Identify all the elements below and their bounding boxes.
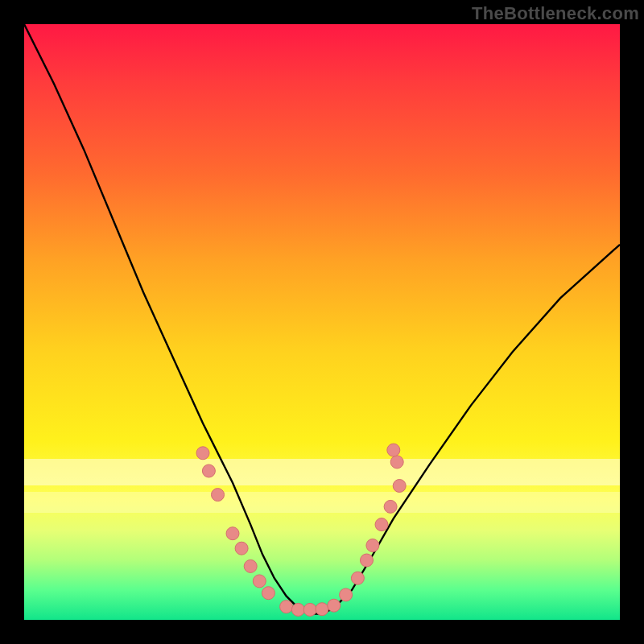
curve-marker: [393, 480, 406, 493]
curve-marker: [291, 603, 304, 616]
curve-marker: [226, 527, 239, 540]
curve-marker: [387, 444, 400, 456]
curve-marker: [384, 500, 397, 513]
bottleneck-curve-svg: [24, 24, 620, 620]
curve-marker: [351, 572, 364, 584]
curve-marker: [390, 456, 403, 469]
curve-marker: [340, 588, 353, 601]
plot-area: [24, 24, 620, 620]
curve-marker: [262, 587, 275, 600]
curve-marker: [244, 559, 257, 572]
curve-marker: [196, 447, 209, 460]
curve-marker: [366, 539, 379, 552]
curve-marker: [280, 601, 293, 613]
curve-marker: [212, 489, 225, 502]
curve-marker: [316, 603, 328, 616]
bottleneck-curve: [24, 24, 620, 614]
curve-marker: [253, 575, 266, 588]
curve-marker: [375, 518, 388, 531]
curve-marker: [202, 464, 215, 477]
chart-frame: TheBottleneck.com: [0, 0, 644, 644]
curve-marker: [328, 599, 341, 612]
curve-marker: [235, 542, 248, 555]
curve-markers: [196, 444, 406, 616]
curve-marker: [361, 554, 374, 567]
source-label: TheBottleneck.com: [472, 3, 639, 24]
curve-marker: [303, 603, 316, 616]
